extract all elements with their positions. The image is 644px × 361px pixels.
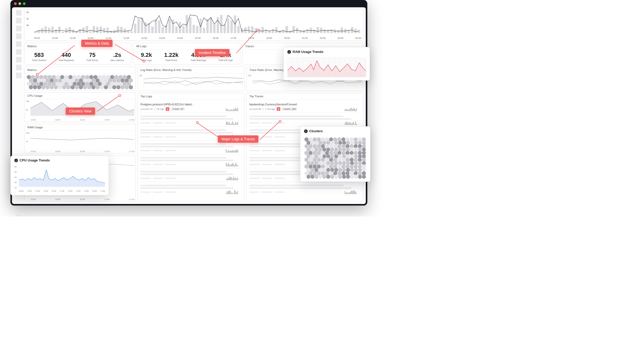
log-item[interactable]: Postgrex.protocol (#PID<0.8213>) failed.… — [140, 101, 242, 113]
cluster-hex[interactable] — [112, 85, 116, 89]
cluster-hex[interactable] — [362, 175, 366, 179]
svg-rect-72 — [282, 31, 284, 33]
ram-trends-card[interactable]: iRAM Usage Trends — [283, 47, 370, 81]
cluster-hex[interactable] — [33, 85, 37, 89]
log-item[interactable] — [140, 168, 242, 182]
log-item[interactable]: hipstershop.CurrencyService/Convert Acco… — [249, 101, 360, 113]
cluster-hex[interactable] — [108, 85, 112, 89]
log-item[interactable] — [140, 182, 242, 196]
window-minimize-button[interactable] — [18, 2, 21, 5]
cluster-hex[interactable] — [58, 85, 62, 89]
sidebar-item[interactable] — [16, 26, 22, 31]
panel-title: All Logs — [134, 43, 240, 50]
svg-rect-69 — [272, 29, 274, 33]
cluster-hex-grid[interactable] — [304, 137, 367, 178]
info-icon: i — [304, 129, 308, 133]
sidebar-item[interactable] — [16, 73, 22, 78]
cluster-hex[interactable] — [91, 85, 95, 89]
cluster-hex[interactable] — [79, 85, 83, 89]
sidebar-item[interactable] — [16, 33, 22, 39]
titlebar — [10, 0, 367, 7]
clusters-panel: Matrics — [24, 67, 135, 90]
sidebar-item[interactable] — [16, 65, 22, 70]
window-close-button[interactable] — [14, 2, 17, 5]
log-item[interactable] — [140, 113, 242, 127]
svg-rect-24 — [117, 26, 119, 33]
svg-rect-57 — [231, 20, 233, 33]
window-maximize-button[interactable] — [23, 2, 26, 5]
card-title: CPU Usage Trends — [20, 158, 50, 162]
timeline-chart — [34, 11, 361, 33]
cpu-trends-card[interactable]: iCPU Usage Trends 50 40 30 20 10 00:0013… — [10, 155, 109, 195]
svg-rect-83 — [320, 28, 322, 33]
cluster-hex[interactable] — [87, 85, 91, 89]
cluster-hex[interactable] — [116, 85, 120, 89]
svg-rect-28 — [131, 31, 133, 33]
svg-rect-63 — [251, 26, 253, 33]
cluster-hex[interactable] — [50, 85, 54, 89]
svg-rect-17 — [93, 26, 95, 33]
svg-rect-50 — [206, 19, 209, 33]
stat: .2sMax Latency — [110, 52, 124, 62]
svg-rect-93 — [355, 28, 357, 33]
svg-rect-40 — [172, 20, 174, 33]
callout-dot — [143, 60, 145, 63]
sidebar-item[interactable] — [16, 10, 22, 16]
cluster-hex[interactable] — [62, 85, 66, 89]
svg-rect-5 — [51, 27, 54, 33]
cluster-hex[interactable] — [354, 175, 358, 179]
stat: 440Total Requests — [58, 52, 74, 62]
top-logs-panel: Top Logs Postgrex.protocol (#PID<0.8213>… — [138, 93, 244, 201]
cluster-hex[interactable] — [83, 85, 87, 89]
cluster-hex[interactable] — [100, 85, 104, 89]
svg-rect-16 — [89, 31, 92, 33]
cluster-hex[interactable] — [41, 85, 45, 89]
card-title: Clusters — [309, 129, 323, 133]
cluster-hex[interactable] — [346, 175, 350, 179]
svg-rect-29 — [134, 24, 136, 33]
panel-title: Top Logs — [138, 93, 244, 100]
sidebar-item[interactable] — [16, 49, 22, 55]
svg-rect-62 — [248, 26, 250, 33]
cluster-hex[interactable] — [307, 175, 310, 179]
clusters-card[interactable]: iClusters — [300, 126, 370, 182]
svg-rect-91 — [348, 31, 350, 33]
cluster-hex[interactable] — [350, 175, 354, 179]
cluster-hex[interactable] — [37, 85, 41, 89]
log-item[interactable] — [140, 154, 242, 168]
log-item[interactable] — [249, 113, 360, 127]
svg-rect-21 — [107, 27, 109, 33]
svg-rect-79 — [306, 29, 308, 33]
cluster-hex[interactable] — [104, 85, 108, 89]
cluster-hex[interactable] — [125, 85, 129, 89]
panel-title: Matrics — [25, 67, 135, 73]
svg-rect-34 — [151, 27, 154, 33]
svg-rect-88 — [337, 30, 339, 33]
svg-rect-8 — [62, 31, 64, 33]
svg-rect-6 — [55, 30, 57, 33]
cluster-hex[interactable] — [71, 85, 75, 89]
svg-rect-48 — [200, 19, 202, 33]
cluster-hex[interactable] — [29, 85, 33, 89]
cluster-hex[interactable] — [66, 85, 70, 89]
svg-rect-46 — [193, 25, 195, 33]
cluster-hex[interactable] — [129, 85, 133, 89]
log-title: hipstershop.CurrencyService/Convert — [249, 103, 360, 106]
cluster-hex[interactable] — [46, 85, 49, 89]
svg-rect-7 — [58, 27, 61, 33]
cluster-hex[interactable] — [121, 85, 125, 89]
sidebar-item-bottom[interactable] — [16, 213, 22, 216]
cluster-hex-grid[interactable] — [25, 73, 135, 90]
log-item[interactable] — [249, 182, 360, 196]
sidebar-item[interactable] — [16, 18, 22, 23]
sidebar-item[interactable] — [16, 41, 22, 47]
cluster-hex[interactable] — [96, 85, 100, 89]
cluster-hex[interactable] — [54, 85, 58, 89]
cluster-hex[interactable] — [75, 85, 79, 89]
svg-rect-82 — [317, 27, 319, 33]
svg-rect-31 — [141, 17, 143, 33]
svg-rect-23 — [113, 30, 116, 33]
cluster-hex[interactable] — [358, 175, 362, 179]
sidebar-item[interactable] — [16, 57, 22, 63]
log-ratio-panel: Log Ratio (Error, Warning & Info Trends)… — [138, 67, 244, 91]
